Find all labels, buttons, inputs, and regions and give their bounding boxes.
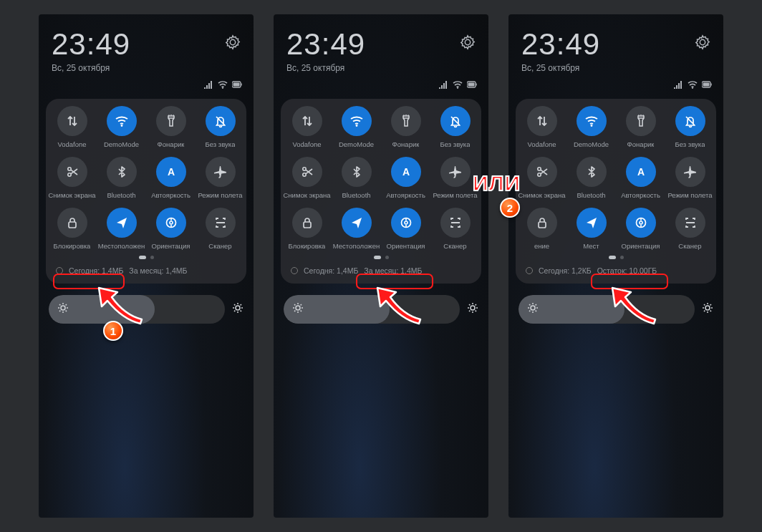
- qs-tile-location[interactable]: Местоположен: [332, 208, 381, 250]
- flashlight-icon: [391, 106, 421, 136]
- qs-tile-label: DemoMode: [574, 140, 609, 148]
- qs-tile-label: Ориентация: [387, 242, 425, 250]
- lock-icon: [527, 208, 557, 238]
- annotation-marker-2: 2: [500, 198, 520, 218]
- qs-tile-label: Снимок экрана: [49, 191, 96, 199]
- annotation-or-label: ИЛИ: [473, 171, 521, 195]
- qs-tile-bluetooth[interactable]: Bluetooth: [97, 157, 146, 199]
- quick-settings-panel: Vodafone DemoMode Фонарик Без звука Сним…: [516, 99, 716, 284]
- qs-tile-label: Фонарик: [392, 140, 420, 148]
- qs-tile-flashlight[interactable]: Фонарик: [616, 106, 665, 148]
- qs-tile-label: Местоположен: [333, 242, 380, 250]
- qs-tile-auto-a[interactable]: Автояркость: [381, 157, 430, 199]
- brightness-slider[interactable]: [519, 295, 695, 324]
- flashlight-icon: [156, 106, 186, 136]
- auto-brightness-icon[interactable]: [702, 302, 713, 316]
- qs-tile-bell-off[interactable]: Без звука: [196, 106, 245, 148]
- status-bar: [508, 77, 723, 96]
- qs-tile-label: DemoMode: [104, 140, 139, 148]
- bell-off-icon: [206, 106, 236, 136]
- qs-tile-bluetooth[interactable]: Bluetooth: [566, 157, 616, 199]
- clock-date: Вс, 25 октября: [286, 63, 460, 73]
- battery-icon: [702, 79, 712, 92]
- qs-tile-scissors[interactable]: Снимок экрана: [47, 157, 97, 199]
- location-icon: [577, 208, 607, 238]
- scissors-icon: [527, 157, 557, 187]
- qs-tile-label: Блокировка: [289, 242, 326, 250]
- qs-tile-label: Bluetooth: [342, 191, 370, 199]
- flashlight-icon: [626, 106, 656, 136]
- data-usage-row[interactable]: Сегодня: 1,4МБ За месяц: 1,4МБ: [282, 259, 480, 275]
- qs-tile-rotate[interactable]: Ориентация: [146, 208, 196, 250]
- battery-icon: [467, 79, 477, 92]
- qs-tile-location[interactable]: Местоположен: [97, 208, 146, 250]
- qs-tile-label: Фонарик: [627, 140, 655, 148]
- clock-time: 23:49: [52, 27, 225, 62]
- bell-off-icon: [440, 106, 471, 136]
- qs-tile-label: ение: [534, 242, 549, 250]
- qs-tile-label: Ориентация: [622, 242, 660, 250]
- qs-tile-lock[interactable]: Блокировка: [47, 208, 97, 250]
- qs-tile-data-arrows[interactable]: Vodafone: [282, 106, 332, 148]
- qs-tile-label: Фонарик: [158, 140, 185, 148]
- qs-tile-scan[interactable]: Сканер: [665, 208, 715, 250]
- qs-tile-wifi[interactable]: DemoMode: [97, 106, 146, 148]
- brightness-slider[interactable]: [49, 295, 225, 324]
- qs-tile-airplane[interactable]: Режим полета: [665, 157, 715, 199]
- qs-tile-auto-a[interactable]: Автояркость: [616, 157, 665, 199]
- qs-tile-label: Bluetooth: [107, 191, 135, 199]
- settings-gear-icon[interactable]: [695, 34, 710, 53]
- wifi-icon: [342, 106, 372, 136]
- lock-icon: [57, 208, 87, 238]
- auto-brightness-icon[interactable]: [232, 302, 243, 316]
- qs-tile-data-arrows[interactable]: Vodafone: [47, 106, 97, 148]
- settings-gear-icon[interactable]: [460, 34, 476, 53]
- qs-tile-scan[interactable]: Сканер: [196, 208, 245, 250]
- qs-tile-label: Снимок экрана: [284, 191, 331, 199]
- settings-gear-icon[interactable]: [225, 34, 241, 53]
- bluetooth-icon: [342, 157, 372, 187]
- qs-tile-scissors[interactable]: Снимок экрана: [517, 157, 566, 199]
- data-usage-row[interactable]: Сегодня: 1,2КБ Остаток: 10,00ГБ: [517, 259, 715, 275]
- qs-tile-label: Блокировка: [54, 242, 91, 250]
- qs-tile-scissors[interactable]: Снимок экрана: [282, 157, 332, 199]
- qs-tile-lock[interactable]: ение: [517, 208, 566, 250]
- airplane-icon: [206, 157, 236, 187]
- wifi-status-icon: [688, 79, 698, 92]
- qs-tile-location[interactable]: Мест: [566, 208, 616, 250]
- qs-tile-wifi[interactable]: DemoMode: [332, 106, 381, 148]
- qs-tile-airplane[interactable]: Режим полета: [196, 157, 245, 199]
- qs-tile-rotate[interactable]: Ориентация: [616, 208, 665, 250]
- signal-icon: [438, 79, 448, 92]
- data-usage-month: За месяц: 1,4МБ: [129, 266, 187, 275]
- data-arrows-icon: [57, 106, 87, 136]
- signal-icon: [203, 79, 213, 92]
- qs-tile-label: Без звука: [440, 140, 471, 148]
- qs-tile-wifi[interactable]: DemoMode: [566, 106, 616, 148]
- airplane-icon: [675, 157, 705, 187]
- qs-tile-auto-a[interactable]: Автояркость: [146, 157, 196, 199]
- qs-tile-data-arrows[interactable]: Vodafone: [517, 106, 566, 148]
- qs-tile-flashlight[interactable]: Фонарик: [146, 106, 196, 148]
- qs-tile-bell-off[interactable]: Без звука: [665, 106, 715, 148]
- qs-tile-rotate[interactable]: Ориентация: [381, 208, 430, 250]
- sun-icon: [57, 302, 69, 316]
- qs-tile-label: Режим полета: [667, 191, 712, 199]
- qs-tile-scan[interactable]: Сканер: [430, 208, 480, 250]
- scan-icon: [440, 208, 471, 238]
- qs-tile-label: Bluetooth: [577, 191, 605, 199]
- phone-screen-1: 23:49 Вс, 25 октября Vodafone DemoMode Ф…: [39, 14, 254, 518]
- brightness-slider[interactable]: [284, 295, 460, 324]
- qs-tile-label: Сканер: [443, 242, 466, 250]
- qs-tile-lock[interactable]: Блокировка: [282, 208, 332, 250]
- qs-tile-label: Сканер: [208, 242, 231, 250]
- lock-icon: [292, 208, 322, 238]
- qs-tile-flashlight[interactable]: Фонарик: [381, 106, 430, 148]
- qs-tile-bluetooth[interactable]: Bluetooth: [332, 157, 381, 199]
- auto-brightness-icon[interactable]: [467, 302, 478, 316]
- qs-tile-label: Vodafone: [527, 140, 556, 148]
- qs-tile-label: DemoMode: [339, 140, 374, 148]
- qs-tile-bell-off[interactable]: Без звука: [430, 106, 480, 148]
- scan-icon: [206, 208, 236, 238]
- data-usage-row[interactable]: Сегодня: 1,4МБ За месяц: 1,4МБ: [47, 259, 245, 275]
